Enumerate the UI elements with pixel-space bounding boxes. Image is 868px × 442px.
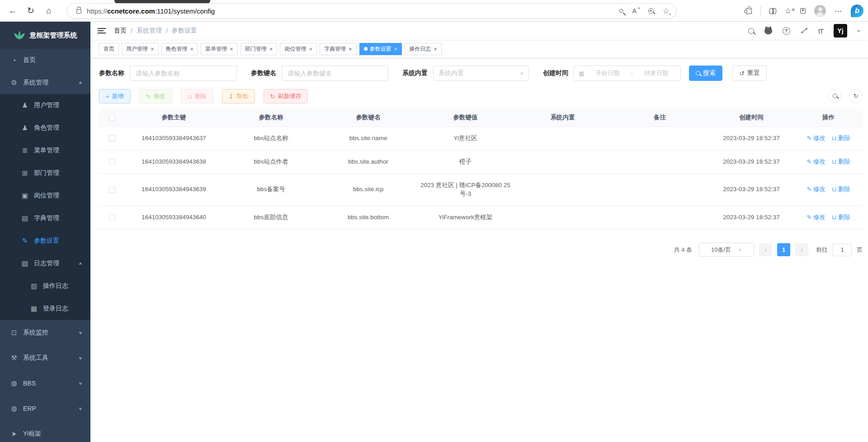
- sidebar-item-home[interactable]: ◔首页: [0, 49, 90, 71]
- tab-close-icon[interactable]: ×: [151, 46, 154, 52]
- start-date-placeholder[interactable]: 开始日期: [588, 69, 627, 77]
- tab-operation-log[interactable]: 操作日志×: [405, 43, 442, 55]
- tab-close-icon[interactable]: ×: [190, 46, 194, 52]
- prev-page-button[interactable]: ‹: [759, 243, 772, 256]
- page-1-button[interactable]: 1: [777, 243, 790, 256]
- delete-button[interactable]: ⊔ 删除: [181, 89, 213, 103]
- table-search-button[interactable]: [828, 89, 842, 103]
- row-delete-link[interactable]: ⊔ 删除: [832, 158, 850, 165]
- row-checkbox[interactable]: [109, 214, 115, 221]
- sidebar-item-post-management[interactable]: ▣岗位管理: [0, 184, 90, 207]
- login-log-icon: ▦: [29, 305, 39, 313]
- log-icon: ▧: [20, 259, 30, 268]
- bing-chat-icon[interactable]: b: [851, 5, 863, 17]
- row-delete-link[interactable]: ⊔ 删除: [832, 214, 850, 221]
- sidebar-item-log-management[interactable]: ▧日志管理∧: [0, 252, 90, 275]
- breadcrumb-item[interactable]: 首页: [114, 27, 127, 35]
- search-icon[interactable]: [748, 28, 754, 34]
- read-aloud-icon[interactable]: A: [632, 7, 639, 14]
- goto-page-input[interactable]: [833, 244, 852, 256]
- refresh-icon: ↻: [270, 93, 275, 100]
- sidebar-item-yi-framework[interactable]: ➤Yi框架: [0, 421, 90, 442]
- user-avatar[interactable]: Yj: [834, 24, 847, 38]
- split-screen-icon[interactable]: [769, 8, 776, 14]
- browser-back-button[interactable]: ←: [4, 6, 22, 16]
- sidebar-item-param-settings[interactable]: ✎参数设置: [0, 230, 90, 252]
- sidebar-item-system-tools[interactable]: ⚒系统工具∨: [0, 345, 90, 371]
- sidebar-item-menu-management[interactable]: ≣菜单管理: [0, 139, 90, 162]
- builtin-select[interactable]: 系统内置 ∨: [433, 66, 529, 81]
- export-button[interactable]: ↧ 导出: [222, 89, 255, 103]
- row-delete-link[interactable]: ⊔ 删除: [832, 135, 850, 141]
- sidebar-item-role-management[interactable]: ♟角色管理: [0, 117, 90, 139]
- reset-button[interactable]: ↺ 重置: [732, 66, 767, 81]
- address-bar[interactable]: https:// ccnetcore.com :1101/system/conf…: [67, 3, 676, 19]
- github-icon[interactable]: [764, 28, 772, 34]
- sidebar-item-label: 首页: [23, 56, 36, 64]
- sidebar-item-system-management[interactable]: ⚙系统管理∧: [0, 71, 90, 94]
- extensions-icon[interactable]: [746, 8, 752, 14]
- end-date-placeholder[interactable]: 结束日期: [637, 69, 676, 77]
- help-icon[interactable]: ?: [783, 27, 790, 35]
- tab-param-settings[interactable]: 参数设置×: [359, 43, 402, 55]
- browser-profile-avatar[interactable]: [814, 5, 826, 17]
- tab-dict-management[interactable]: 字典管理×: [320, 43, 357, 55]
- sidebar-item-login-log[interactable]: ▦登录日志: [0, 297, 90, 320]
- add-button[interactable]: + 新增: [99, 89, 131, 103]
- browser-menu-icon[interactable]: ⋯: [835, 7, 842, 15]
- param-key-input[interactable]: [282, 66, 388, 81]
- row-select-cell: [99, 127, 125, 150]
- table-refresh-button[interactable]: ↻: [849, 89, 863, 103]
- row-edit-link[interactable]: ✎ 修改: [807, 186, 826, 193]
- sidebar-item-erp[interactable]: ◍ERP∨: [0, 396, 90, 421]
- collapse-sidebar-icon[interactable]: [98, 28, 106, 34]
- sidebar-item-user-management[interactable]: ♟用户管理: [0, 94, 90, 117]
- browser-reload-button[interactable]: ↻: [22, 5, 40, 16]
- font-size-icon[interactable]: tT: [818, 27, 823, 35]
- next-page-button[interactable]: ›: [795, 243, 808, 256]
- collections-icon[interactable]: [800, 8, 806, 14]
- row-delete-link[interactable]: ⊔ 删除: [832, 186, 850, 193]
- row-checkbox[interactable]: [109, 187, 115, 193]
- sidebar-item-label: Yi框架: [23, 430, 41, 438]
- tab-user-management[interactable]: 用户管理×: [122, 43, 159, 55]
- tab-menu-management[interactable]: 菜单管理×: [201, 43, 238, 55]
- edit-button[interactable]: ✎ 修改: [139, 89, 172, 103]
- refresh-cache-button[interactable]: ↻ 刷新缓存: [264, 89, 308, 103]
- favorites-icon[interactable]: ☆: [785, 6, 792, 16]
- sidebar-item-dept-management[interactable]: ⊞部门管理: [0, 162, 90, 184]
- tab-dept-management[interactable]: 部门管理×: [241, 43, 278, 55]
- sidebar-item-system-monitor[interactable]: ⊡系统监控∨: [0, 320, 90, 345]
- row-edit-link[interactable]: ✎ 修改: [807, 135, 826, 141]
- row-checkbox[interactable]: [109, 159, 115, 165]
- add-favorite-icon[interactable]: ☆: [663, 6, 670, 16]
- tab-close-icon[interactable]: ×: [349, 46, 352, 52]
- param-name-input[interactable]: [130, 66, 237, 81]
- chevron-up-icon: ∧: [79, 80, 83, 85]
- password-key-icon[interactable]: [619, 8, 624, 13]
- browser-home-button[interactable]: ⌂: [40, 6, 58, 16]
- sidebar-item-operation-log[interactable]: ▥操作日志: [0, 275, 90, 297]
- zoom-out-icon[interactable]: [648, 8, 654, 14]
- date-range-picker[interactable]: ▦ 开始日期 - 结束日期: [574, 66, 681, 81]
- app-logo[interactable]: 意框架管理系统: [0, 22, 90, 49]
- sidebar-item-bbs[interactable]: ◍BBS∨: [0, 371, 90, 396]
- fullscreen-icon[interactable]: ↗↙: [801, 27, 808, 34]
- tab-close-icon[interactable]: ×: [309, 46, 312, 52]
- tab-close-icon[interactable]: ×: [230, 46, 233, 52]
- search-button[interactable]: 搜索: [689, 66, 722, 81]
- page-size-select[interactable]: 10条/页 ∨: [699, 243, 754, 257]
- row-edit-link[interactable]: ✎ 修改: [807, 214, 826, 221]
- chevron-down-icon[interactable]: ▾: [857, 29, 860, 33]
- row-edit-link[interactable]: ✎ 修改: [807, 158, 826, 165]
- row-checkbox[interactable]: [109, 135, 115, 141]
- tab-close-icon[interactable]: ×: [434, 46, 437, 52]
- select-all-checkbox[interactable]: [109, 115, 115, 121]
- tab-close-icon[interactable]: ×: [394, 46, 398, 52]
- tab-close-icon[interactable]: ×: [269, 46, 273, 52]
- sidebar-item-dict-management[interactable]: ▤字典管理: [0, 207, 90, 230]
- tab-role-management[interactable]: 角色管理×: [161, 43, 198, 55]
- tab-home[interactable]: 首页: [99, 43, 119, 55]
- url-path: :1101/system/config: [155, 7, 215, 15]
- tab-post-management[interactable]: 岗位管理×: [280, 43, 317, 55]
